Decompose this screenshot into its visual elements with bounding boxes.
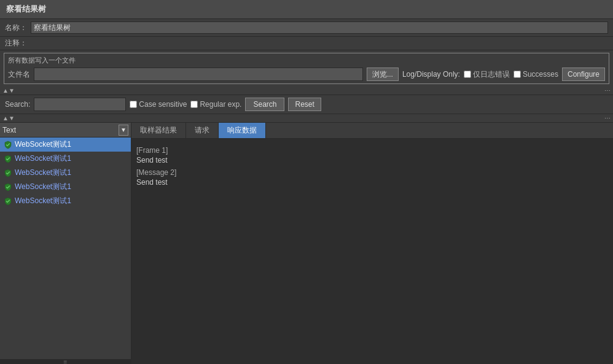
search-button[interactable]: Search bbox=[245, 98, 284, 111]
tree-panel: Text ▼ WebSocket测试1 WebSocket测试1 WebSock… bbox=[0, 123, 131, 364]
search-bar: Search: Case sensitive Regular exp. Sear… bbox=[0, 95, 613, 114]
shield-icon bbox=[4, 155, 12, 163]
regular-exp-checkbox[interactable] bbox=[190, 101, 198, 108]
tree-dropdown[interactable]: ▼ bbox=[119, 125, 128, 136]
name-row: 名称： bbox=[0, 19, 613, 37]
regular-exp-group: Regular exp. bbox=[190, 100, 241, 109]
tree-item[interactable]: WebSocket测试1 bbox=[0, 137, 131, 152]
title-bar: 察看结果树 bbox=[0, 0, 613, 19]
frame-label-0: [Frame 1] bbox=[136, 146, 608, 155]
comment-label: 注释： bbox=[5, 38, 27, 48]
tree-item-label: WebSocket测试1 bbox=[15, 168, 71, 178]
collapse-right-arrow-1[interactable]: ⋯ bbox=[604, 87, 611, 94]
name-input[interactable] bbox=[31, 21, 608, 34]
search-label: Search: bbox=[5, 100, 30, 109]
collapse-up-arrow-2[interactable]: ▲ bbox=[2, 115, 9, 122]
tree-item-label: WebSocket测试1 bbox=[15, 139, 71, 150]
frame-text-1: Send test bbox=[136, 178, 608, 187]
tree-item-label: WebSocket测试1 bbox=[15, 153, 71, 164]
tab-bar: 取样器结果请求响应数据 bbox=[131, 123, 613, 139]
name-label: 名称： bbox=[5, 23, 27, 33]
content-area: [Frame 1]Send test[Message 2]Send test bbox=[131, 139, 613, 364]
frame-label-1: [Message 2] bbox=[136, 168, 608, 177]
shield-icon bbox=[4, 141, 12, 149]
frame-text-0: Send test bbox=[136, 156, 608, 165]
page-title: 察看结果树 bbox=[6, 4, 46, 14]
tab-0[interactable]: 取样器结果 bbox=[131, 123, 186, 138]
tree-resize-handle[interactable] bbox=[0, 359, 131, 364]
write-all-section: 所有数据写入一个文件 文件名 浏览... Log/Display Only: 仅… bbox=[4, 53, 609, 84]
case-sensitive-label: Case sensitive bbox=[139, 100, 187, 109]
collapse-row-1: ▲ ▼ ⋯ bbox=[0, 87, 613, 95]
tree-item[interactable]: WebSocket测试1 bbox=[0, 152, 131, 166]
tree-item[interactable]: WebSocket测试1 bbox=[0, 194, 131, 208]
filename-label: 文件名 bbox=[8, 69, 30, 80]
case-sensitive-checkbox[interactable] bbox=[130, 101, 137, 108]
filename-input[interactable] bbox=[34, 68, 363, 81]
configure-button[interactable]: Configure bbox=[562, 68, 605, 81]
collapse-up-arrow-1[interactable]: ▲ bbox=[2, 87, 9, 94]
successes-checkbox[interactable] bbox=[513, 71, 521, 78]
browse-button[interactable]: 浏览... bbox=[367, 68, 399, 81]
main-container: 察看结果树 名称： 注释： 所有数据写入一个文件 文件名 浏览... Log/D… bbox=[0, 0, 613, 364]
tree-items: WebSocket测试1 WebSocket测试1 WebSocket测试1 W… bbox=[0, 137, 131, 359]
successes-label: Successes bbox=[523, 70, 558, 79]
shield-icon bbox=[4, 183, 12, 192]
search-input[interactable] bbox=[34, 98, 126, 111]
shield-icon bbox=[4, 169, 12, 177]
collapse-down-arrow-1[interactable]: ▼ bbox=[9, 87, 15, 94]
collapse-row-2: ▲ ▼ ⋯ bbox=[0, 114, 613, 123]
reset-button[interactable]: Reset bbox=[288, 98, 321, 111]
regular-exp-label: Regular exp. bbox=[200, 100, 241, 109]
comment-row: 注释： bbox=[0, 37, 613, 50]
tree-item-label: WebSocket测试1 bbox=[15, 196, 71, 206]
only-errors-checkbox-group: 仅日志错误 bbox=[464, 69, 510, 80]
write-all-row: 文件名 浏览... Log/Display Only: 仅日志错误 Succes… bbox=[8, 68, 605, 81]
only-errors-checkbox[interactable] bbox=[464, 71, 471, 78]
collapse-down-arrow-2[interactable]: ▼ bbox=[9, 115, 15, 122]
main-content: Text ▼ WebSocket测试1 WebSocket测试1 WebSock… bbox=[0, 123, 613, 364]
collapse-right-arrow-2[interactable]: ⋯ bbox=[604, 115, 611, 122]
tab-1[interactable]: 请求 bbox=[186, 123, 219, 138]
case-sensitive-group: Case sensitive bbox=[130, 100, 187, 109]
write-all-title: 所有数据写入一个文件 bbox=[8, 56, 605, 65]
tree-item-label: WebSocket测试1 bbox=[15, 182, 71, 192]
tree-item[interactable]: WebSocket测试1 bbox=[0, 180, 131, 194]
tree-header: Text ▼ bbox=[0, 123, 131, 137]
successes-checkbox-group: Successes bbox=[513, 70, 558, 79]
log-display-label: Log/Display Only: bbox=[402, 70, 460, 79]
tree-column-label: Text bbox=[2, 126, 119, 134]
shield-icon bbox=[4, 197, 12, 206]
tree-item[interactable]: WebSocket测试1 bbox=[0, 166, 131, 180]
tab-2[interactable]: 响应数据 bbox=[219, 123, 266, 138]
right-panel: 取样器结果请求响应数据 [Frame 1]Send test[Message 2… bbox=[131, 123, 613, 364]
only-errors-label: 仅日志错误 bbox=[473, 69, 510, 80]
